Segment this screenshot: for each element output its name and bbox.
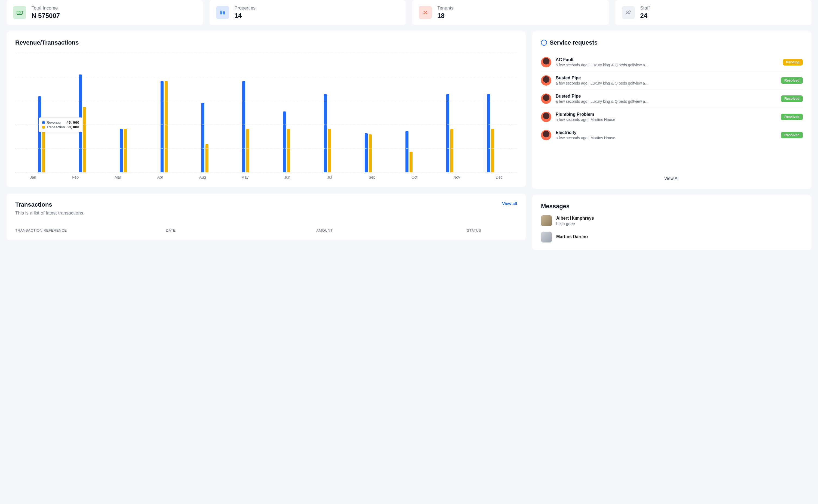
stat-value: 14 (235, 12, 256, 20)
xaxis-label: Jul (314, 175, 346, 179)
bar-group[interactable] (311, 94, 343, 172)
bar-transaction[interactable] (287, 129, 290, 172)
bar-transaction[interactable] (450, 129, 453, 172)
bar-group[interactable] (188, 103, 221, 172)
bar-group[interactable] (475, 94, 507, 172)
avatar (541, 215, 552, 226)
transactions-card: Transactions This is a list of latest tr… (7, 194, 526, 240)
revenue-chart[interactable]: JanFebMarAprAugMayJunJulSepOctNovDec Rev… (15, 53, 517, 179)
bar-revenue[interactable] (365, 133, 368, 172)
service-requests-card: Service requests AC Faulta few seconds a… (532, 32, 811, 189)
bar-transaction[interactable] (83, 107, 86, 172)
message-item[interactable]: Albert Humphreyshello geee (541, 215, 803, 226)
stat-value: N 575007 (32, 12, 60, 20)
chart-tooltip: Revenue 45,000 Transaction 30,000 (39, 117, 83, 132)
svg-rect-0 (17, 11, 22, 14)
service-request-title: Electricity (556, 130, 777, 135)
bar-transaction[interactable] (328, 129, 331, 172)
bar-revenue[interactable] (38, 96, 41, 172)
svg-point-11 (425, 12, 426, 13)
bar-group[interactable] (25, 96, 58, 172)
stat-value: 18 (437, 12, 454, 20)
bar-revenue[interactable] (446, 94, 449, 172)
bar-group[interactable] (434, 94, 466, 172)
bar-revenue[interactable] (120, 129, 123, 172)
revenue-card: Revenue/Transactions JanFebMarAprAugMayJ… (7, 32, 526, 187)
bar-transaction[interactable] (42, 129, 45, 172)
service-request-item[interactable]: AC Faulta few seconds ago | Luxury king … (541, 53, 803, 71)
staff-icon (622, 6, 635, 19)
stats-row: Total Income N 575007 Properties 14 Tena… (7, 0, 811, 25)
bar-transaction[interactable] (246, 129, 249, 172)
status-badge: Resolved (781, 77, 803, 84)
svg-point-13 (629, 11, 630, 12)
xaxis-label: Dec (483, 175, 515, 179)
svg-rect-6 (222, 11, 222, 12)
message-item[interactable]: Martins Dareno (541, 232, 803, 242)
bar-group[interactable] (230, 81, 262, 172)
bar-revenue[interactable] (487, 94, 490, 172)
stat-value: 24 (640, 12, 650, 20)
alert-clock-icon (541, 40, 547, 46)
bar-group[interactable] (148, 81, 180, 172)
xaxis-label: Sep (356, 175, 388, 179)
service-requests-view-all[interactable]: View All (541, 171, 803, 181)
message-sender: Albert Humphreys (556, 216, 594, 221)
bar-group[interactable] (352, 133, 385, 172)
svg-point-12 (627, 11, 628, 13)
service-request-item[interactable]: Electricitya few seconds ago | Martins H… (541, 126, 803, 144)
avatar (541, 112, 551, 122)
bar-revenue[interactable] (405, 131, 408, 172)
bar-transaction[interactable] (369, 134, 372, 172)
transactions-title: Transactions (15, 201, 84, 208)
svg-rect-5 (221, 11, 222, 12)
stat-label: Total Income (32, 5, 60, 11)
service-request-title: Plumbing Problem (556, 112, 777, 117)
avatar (541, 130, 551, 140)
revenue-card-title: Revenue/Transactions (15, 39, 517, 46)
service-request-sub: a few seconds ago | Martins House (556, 136, 777, 140)
bar-revenue[interactable] (324, 94, 327, 172)
bar-transaction[interactable] (164, 81, 167, 172)
xaxis-label: Oct (398, 175, 430, 179)
col-status: STATUS (467, 228, 517, 232)
bar-transaction[interactable] (206, 144, 209, 172)
transactions-subtitle: This is a list of latest transactions. (15, 210, 84, 216)
transactions-view-all-link[interactable]: View all (502, 201, 517, 206)
service-requests-title: Service requests (550, 39, 597, 46)
service-request-item[interactable]: Plumbing Problema few seconds ago | Mart… (541, 108, 803, 126)
avatar (541, 232, 552, 242)
stat-card-staff: Staff 24 (615, 0, 812, 25)
message-sender: Martins Dareno (556, 234, 588, 239)
bar-transaction[interactable] (124, 129, 127, 172)
xaxis-label: Feb (59, 175, 92, 179)
xaxis-label: Nov (441, 175, 473, 179)
status-badge: Resolved (781, 95, 803, 102)
service-request-sub: a few seconds ago | Martins House (556, 117, 777, 122)
xaxis-label: Jan (17, 175, 49, 179)
svg-point-9 (424, 11, 425, 12)
xaxis-label: Mar (101, 175, 134, 179)
avatar (541, 75, 551, 86)
users-icon (419, 6, 432, 19)
tooltip-label-transaction: Transaction (46, 125, 65, 129)
bar-group[interactable] (107, 129, 139, 172)
bar-group[interactable] (393, 131, 425, 172)
bar-revenue[interactable] (283, 111, 286, 172)
bar-revenue[interactable] (160, 81, 163, 172)
service-request-item[interactable]: Busted Pipea few seconds ago | Luxury ki… (541, 71, 803, 90)
tooltip-value-transaction: 30,000 (66, 125, 79, 129)
bar-revenue[interactable] (242, 81, 245, 172)
svg-point-10 (426, 11, 427, 12)
bar-transaction[interactable] (491, 129, 494, 172)
cash-icon (13, 6, 26, 19)
service-request-title: AC Fault (556, 57, 779, 62)
stat-label: Staff (640, 5, 650, 11)
bar-revenue[interactable] (201, 103, 204, 172)
xaxis-label: Jun (271, 175, 304, 179)
service-request-item[interactable]: Busted Pipea few seconds ago | Luxury ki… (541, 90, 803, 108)
stat-card-tenants: Tenants 18 (412, 0, 609, 25)
bar-group[interactable] (270, 111, 303, 172)
status-badge: Resolved (781, 132, 803, 138)
bar-transaction[interactable] (410, 152, 413, 172)
